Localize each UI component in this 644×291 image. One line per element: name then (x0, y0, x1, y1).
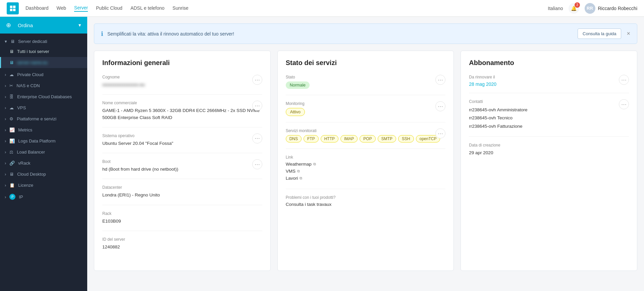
chevron-right-ip-icon: › (5, 194, 6, 199)
nas-icon: ✂ (9, 83, 13, 88)
sidebar-label-cloud-desktop: Cloud Desktop (17, 172, 46, 177)
server-icon: 🖥 (9, 49, 14, 54)
cards-row: Informazioni generali Cognome xxxxxxxxxx… (94, 51, 637, 271)
lavori-link[interactable]: Lavori ⧉ (286, 176, 446, 181)
lavori-label: Lavori (286, 176, 298, 181)
weathermap-link[interactable]: Weathermap ⧉ (286, 162, 446, 167)
stato-label: Stato (286, 75, 446, 79)
sidebar-item-server-dedicati[interactable]: ▾ 🖥 Server dedicati (0, 35, 87, 46)
servizi-monitorati-section: Servizi monitorati DNS FTP HTTP IMAP POP… (286, 128, 446, 149)
sidebar-item-ip[interactable]: › P IP (0, 190, 87, 202)
renewal-banner: ℹ Semplificati la vita: attiva il rinnov… (94, 23, 637, 44)
contatti-more-button[interactable]: ⋯ (619, 99, 629, 109)
nav-right: Italiano 🔔 3 RR Riccardo Robecchi (548, 3, 637, 14)
order-chevron-icon: ▾ (78, 22, 81, 28)
rinnovo-more-button[interactable]: ⋯ (619, 75, 629, 85)
stato-section: Stato Normale ⋯ (286, 75, 446, 95)
problemi-section: Problemi con i tuoi prodotti? Consulta i… (286, 195, 446, 215)
nav-web[interactable]: Web (57, 5, 66, 11)
tutti-server-label: Tutti i tuoi server (17, 49, 49, 54)
sidebar-item-vrack[interactable]: › 🔗 vRack (0, 157, 87, 168)
chevron-right-lic-icon: › (5, 183, 6, 188)
sidebar-item-tutti-server[interactable]: 🖥 Tutti i tuoi server (0, 46, 87, 57)
sidebar-item-nas-cdn[interactable]: › ✂ NAS e CDN (0, 79, 87, 90)
cognome-more-button[interactable]: ⋯ (252, 75, 262, 85)
cognome-value: xxxxxxxxxxxxxxxx.eu (102, 81, 262, 88)
sidebar-label-ip: IP (19, 194, 23, 199)
sidebar-label-server-dedicati: Server dedicati (18, 39, 47, 44)
sidebar-item-metrics[interactable]: › 📈 Metrics (0, 123, 87, 134)
piattaforme-icon: ⚙ (9, 116, 13, 121)
sidebar: ⊕ Ordina ▾ ▾ 🖥 Server dedicati 🖥 Tutti i… (0, 17, 87, 291)
server-id-label: ID del server (102, 237, 262, 242)
monitoring-more-button[interactable]: ⋯ (435, 101, 445, 111)
sidebar-item-logs[interactable]: › 📊 Logs Data Platform (0, 134, 87, 146)
boot-label: Boot (102, 159, 262, 164)
sidebar-item-selected-server[interactable]: 🖥 server-name.eu (0, 57, 87, 68)
link-label: Link (286, 155, 446, 160)
contatti-label: Contatti (469, 99, 629, 104)
monitoring-badge: Attivo (286, 108, 305, 116)
sistema-operativo-section: Sistema operativo Ubuntu Server 20.04 "F… (102, 133, 262, 153)
rack-section: Rack E103B09 (102, 211, 262, 231)
user-menu[interactable]: RR Riccardo Robecchi (585, 3, 638, 14)
nome-more-button[interactable]: ⋯ (252, 101, 262, 111)
sistema-operativo-value: Ubuntu Server 20.04 "Focal Fossa" (102, 140, 262, 147)
avatar: RR (585, 3, 595, 14)
creazione-value: 29 apr 2020 (469, 150, 629, 156)
sidebar-item-licenze[interactable]: › 📋 Licenze (0, 179, 87, 190)
chevron-right-nas-icon: › (5, 83, 6, 88)
sidebar-item-piattaforme[interactable]: › ⚙ Piattaforme e servizi (0, 112, 87, 123)
vms-link[interactable]: VMS ⧉ (286, 169, 446, 174)
banner-guide-button[interactable]: Consulta la guida (578, 28, 621, 39)
rinnovo-date[interactable]: 28 mag 2020 (469, 81, 629, 87)
nav-server[interactable]: Server (74, 5, 88, 12)
nome-commerciale-label: Nome commerciale (102, 101, 262, 105)
external-link-icon-vms: ⧉ (297, 169, 300, 173)
contact-3: rr238645-ovh Fatturazione (469, 122, 629, 130)
sidebar-item-cloud-desktop[interactable]: › 🖥 Cloud Desktop (0, 168, 87, 179)
info-card-title: Informazioni generali (102, 59, 262, 67)
boot-section: Boot hd (Boot from hard drive (no netboo… (102, 159, 262, 179)
rack-label: Rack (102, 211, 262, 216)
nav-dashboard[interactable]: Dashboard (25, 5, 49, 11)
subscription-card-title: Abbonamento (469, 59, 629, 67)
server-id-value: 1240882 (102, 244, 262, 250)
chevron-right-piatt-icon: › (5, 116, 6, 121)
sidebar-item-private-cloud[interactable]: › ☁ Private Cloud (0, 68, 87, 79)
sidebar-item-load-balancer[interactable]: › ⚖ Load Balancer (0, 146, 87, 157)
datacenter-label: Datacenter (102, 185, 262, 190)
chevron-right-db-icon: › (5, 94, 6, 99)
notification-badge: 3 (575, 2, 580, 8)
boot-more-button[interactable]: ⋯ (252, 159, 262, 169)
monitoring-section: Monitoring Attivo ⋯ (286, 101, 446, 122)
sidebar-label-logs: Logs Data Platform (18, 138, 55, 143)
chevron-down-icon: ▾ (5, 39, 7, 44)
order-button[interactable]: ⊕ Ordina ▾ (0, 17, 87, 34)
nav-public-cloud[interactable]: Public Cloud (96, 5, 122, 11)
sidebar-label-vps: VPS (17, 105, 26, 110)
sidebar-item-enterprise-db[interactable]: › 🗄 Enterprise Cloud Databases (0, 90, 87, 101)
datacenter-value: Londra (ERI1) - Regno Unito (102, 192, 262, 198)
notifications-button[interactable]: 🔔 3 (569, 3, 579, 14)
stato-more-button[interactable]: ⋯ (435, 75, 445, 85)
nav-sunrise[interactable]: Sunrise (172, 5, 188, 11)
link-section: Link Weathermap ⧉ VMS ⧉ Lavori ⧉ (286, 155, 446, 189)
selected-server-label: server-name.eu (17, 60, 48, 65)
logo[interactable] (7, 2, 19, 14)
cognome-label: Cognome (102, 75, 262, 79)
nav-adsl[interactable]: ADSL e telefono (130, 5, 164, 11)
sidebar-label-private-cloud: Private Cloud (17, 72, 43, 77)
sidebar-item-vps[interactable]: › ☁ VPS (0, 101, 87, 112)
task-travaux-link[interactable]: Consulta i task travaux (286, 202, 446, 207)
external-link-icon-lavori: ⧉ (300, 176, 302, 180)
language-selector[interactable]: Italiano (548, 6, 563, 11)
so-more-button[interactable]: ⋯ (252, 133, 262, 143)
banner-close-button[interactable]: × (627, 30, 630, 37)
contact-2: rr238645-ovh Tecnico (469, 114, 629, 122)
tag-ssh: SSH (398, 135, 414, 142)
vms-label: VMS (286, 169, 296, 174)
rinnovo-label: Da rinnovare il (469, 75, 629, 79)
sidebar-label-vrack: vRack (18, 161, 30, 166)
chevron-right-vrack-icon: › (5, 161, 6, 166)
